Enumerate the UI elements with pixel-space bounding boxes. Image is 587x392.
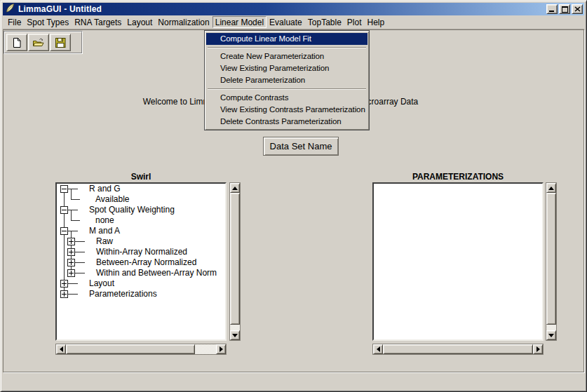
new-file-button[interactable] <box>6 34 27 51</box>
menu-file[interactable]: File <box>5 15 24 29</box>
parameterizations-vertical-scrollbar[interactable] <box>546 182 557 341</box>
scrollbar-thumb[interactable] <box>546 193 556 325</box>
scroll-left-button[interactable] <box>56 344 66 354</box>
tree-item[interactable]: Layout <box>57 278 225 289</box>
left-arrow-icon <box>377 346 380 352</box>
down-arrow-icon <box>548 334 554 337</box>
tree-vertical-scrollbar[interactable] <box>229 182 241 341</box>
dataset-tree-listbox: R and G Available Spot Quality Weighting… <box>55 182 227 341</box>
save-icon <box>55 38 66 48</box>
toolbar <box>4 31 83 54</box>
menu-plot[interactable]: Plot <box>344 15 365 29</box>
dataset-tree-title: Swirl <box>55 172 227 182</box>
tree-horizontal-scrollbar[interactable] <box>55 344 227 355</box>
menu-item-view-existing-parameterization[interactable]: View Existing Parameterization <box>206 62 367 74</box>
scroll-right-button[interactable] <box>533 344 543 354</box>
tree-item[interactable]: Parameterizations <box>57 289 225 299</box>
scrollbar-thumb[interactable] <box>383 344 533 354</box>
scroll-right-button[interactable] <box>216 344 226 354</box>
scroll-left-button[interactable] <box>373 344 383 354</box>
tree-item[interactable]: R and G <box>57 184 225 194</box>
menu-item-compute-contrasts[interactable]: Compute Contrasts <box>206 92 367 104</box>
menu-item-delete-parameterization[interactable]: Delete Parameterization <box>206 74 367 86</box>
minimize-icon <box>549 11 554 12</box>
menu-item-create-new-parameterization[interactable]: Create New Parameterization <box>206 50 367 62</box>
down-arrow-icon <box>232 334 238 337</box>
scroll-up-button[interactable] <box>546 183 556 193</box>
menu-layout[interactable]: Layout <box>124 15 155 29</box>
scroll-up-button[interactable] <box>230 183 240 193</box>
tree-item[interactable]: Raw <box>57 236 225 247</box>
parameterizations-horizontal-scrollbar[interactable] <box>372 344 544 355</box>
menu-separator <box>208 47 366 48</box>
new-file-icon <box>13 38 21 48</box>
maximize-icon <box>562 6 568 13</box>
tree-item[interactable]: Within-Array Normalized <box>57 247 225 257</box>
close-button[interactable] <box>572 4 583 14</box>
menu-item-compute-linear-model-fit[interactable]: Compute Linear Model Fit <box>206 33 367 45</box>
save-file-button[interactable] <box>50 34 71 51</box>
menu-item-view-existing-contrasts-parameterization[interactable]: View Existing Contrasts Parameterization <box>206 104 367 116</box>
scrollbar-track[interactable] <box>66 344 216 354</box>
minimize-button[interactable] <box>546 4 558 14</box>
open-file-button[interactable] <box>28 34 49 51</box>
scrollbar-track[interactable] <box>230 193 240 330</box>
scrollbar-track[interactable] <box>546 193 556 330</box>
menu-evaluate[interactable]: Evaluate <box>266 15 305 29</box>
app-window: LimmaGUI - Untitled File Spot Types RNA … <box>0 0 587 392</box>
maximize-button[interactable] <box>559 4 570 14</box>
scroll-down-button[interactable] <box>230 330 240 340</box>
right-arrow-icon <box>220 346 223 352</box>
data-set-name-button[interactable]: Data Set Name <box>263 137 339 156</box>
close-icon <box>574 6 581 12</box>
parameterizations-listbox[interactable] <box>372 182 544 341</box>
window-title: LimmaGUI - Untitled <box>18 4 102 14</box>
app-icon-feather[interactable] <box>5 3 15 16</box>
menu-help[interactable]: Help <box>365 15 388 29</box>
linear-model-dropdown-menu: Compute Linear Model Fit Create New Para… <box>204 30 370 130</box>
menu-linear-model[interactable]: Linear Model <box>212 16 266 28</box>
scroll-down-button[interactable] <box>546 330 556 340</box>
menu-rna-targets[interactable]: RNA Targets <box>72 15 124 29</box>
right-arrow-icon <box>537 346 540 352</box>
menu-toptable[interactable]: TopTable <box>305 15 344 29</box>
menu-normalization[interactable]: Normalization <box>155 15 212 29</box>
menu-separator <box>208 88 366 90</box>
left-arrow-icon <box>60 346 63 352</box>
up-arrow-icon <box>232 187 238 190</box>
scrollbar-track[interactable] <box>383 344 533 354</box>
tree-item[interactable]: Within and Between-Array Norm <box>57 268 225 278</box>
titlebar: LimmaGUI - Untitled <box>3 3 584 15</box>
tree-item[interactable]: Spot Quality Weighting <box>57 205 225 215</box>
scrollbar-thumb[interactable] <box>230 193 240 325</box>
menu-spot-types[interactable]: Spot Types <box>24 15 72 29</box>
parameterizations-title: PARAMETERIZATIONS <box>372 172 544 182</box>
open-folder-icon <box>32 37 45 48</box>
tree-item[interactable]: Between-Array Normalized <box>57 257 225 268</box>
tree-item[interactable]: Available <box>57 194 225 205</box>
menu-item-delete-contrasts-parameterization[interactable]: Delete Contrasts Parameterization <box>206 116 367 128</box>
menubar: File Spot Types RNA Targets Layout Norma… <box>3 15 584 29</box>
tree-item[interactable]: M and A <box>57 226 225 236</box>
up-arrow-icon <box>548 187 554 190</box>
tree-item[interactable]: none <box>57 215 225 226</box>
scrollbar-thumb[interactable] <box>66 344 195 354</box>
window-controls <box>546 4 584 14</box>
